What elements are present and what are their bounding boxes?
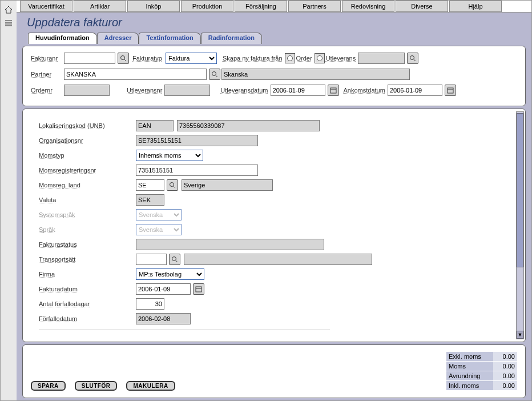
svg-point-2 (410, 56, 414, 60)
utleverans-radio[interactable] (315, 53, 325, 63)
form-panel: Lokaliseringskod (UNB) Organisationsnr M… (22, 109, 526, 342)
list-icon[interactable] (4, 19, 13, 29)
sprak-select: Svenska (136, 224, 182, 235)
header-panel: Fakturanr Fakturatyp Faktura Skapa ny fa… (22, 46, 526, 106)
tab-textinformation[interactable]: Textinformation (139, 33, 200, 44)
org-field (136, 135, 258, 146)
momsland-code-input[interactable] (136, 179, 164, 191)
top-menu: Varucertifikat Artiklar Inköp Produktion… (17, 1, 531, 13)
utleverans-field (358, 53, 405, 64)
sysspr-select: Svenska (136, 209, 182, 220)
utleverans-label: Utleverans (326, 55, 356, 62)
svg-point-0 (121, 56, 125, 60)
search-icon[interactable] (407, 53, 418, 64)
spara-button[interactable]: SPARA (31, 381, 66, 391)
org-label: Organisationsnr (39, 137, 136, 144)
antal-label: Antal förfallodagar (39, 300, 136, 307)
ankomst-input[interactable] (388, 85, 442, 96)
svg-line-3 (414, 59, 416, 61)
momstyp-label: Momstyp (39, 152, 136, 159)
svg-line-1 (124, 59, 126, 61)
svg-rect-8 (448, 88, 453, 93)
page-title: Uppdatera fakturor (17, 13, 531, 31)
momsland-name-field (182, 179, 273, 191)
momsland-label: Momsreg. land (39, 182, 136, 189)
tab-radinformation[interactable]: Radinformation (201, 33, 262, 44)
trans-code-input[interactable] (136, 254, 167, 265)
scroll-thumb[interactable] (517, 113, 523, 267)
fakturatyp-label: Fakturatyp (132, 55, 162, 62)
fakturanr-label: Fakturanr (31, 55, 64, 62)
exkl-label: Exkl. moms (446, 352, 493, 362)
scrollbar[interactable]: ▼ (516, 111, 524, 339)
top-tab-redovisning[interactable]: Redovisning (342, 1, 394, 12)
trans-name-field (184, 254, 372, 265)
partner-code-input[interactable] (64, 69, 207, 80)
momsreg-label: Momsregistreringsnr (39, 167, 136, 174)
top-tab-varucertifikat[interactable]: Varucertifikat (20, 1, 72, 12)
fdatum-label: Fakturadatum (39, 286, 136, 292)
slutfor-button[interactable]: SLUTFÖR (75, 381, 118, 391)
top-tab-forsaljning[interactable]: Försäljning (235, 1, 287, 12)
footer-panel: SPARA SLUTFÖR MAKULERA Exkl. moms0.00 Mo… (22, 344, 526, 398)
forfallo-field (136, 313, 191, 324)
tab-huvudinformation[interactable]: Huvudinformation (28, 33, 97, 44)
avr-label: Avrundning (446, 371, 493, 381)
order-label: Order (296, 55, 312, 62)
moms-label: Moms (446, 362, 493, 371)
tab-strip: Huvudinformation Adresser Textinformatio… (22, 33, 526, 44)
search-icon[interactable] (209, 69, 220, 80)
top-tab-diverse[interactable]: Diverse (396, 1, 448, 12)
svg-rect-14 (196, 287, 201, 292)
utlevdatum-input[interactable] (271, 85, 325, 96)
top-tab-inkop[interactable]: Inköp (127, 1, 180, 12)
scroll-down-icon[interactable]: ▼ (517, 331, 523, 339)
utleveransnr-field (164, 85, 210, 96)
lokal-label: Lokaliseringskod (UNB) (39, 122, 136, 129)
separator (39, 330, 330, 330)
calendar-icon[interactable] (193, 283, 204, 295)
order-radio[interactable] (285, 53, 295, 63)
fakturanr-input[interactable] (64, 53, 115, 64)
fakturatyp-select[interactable]: Faktura (166, 53, 217, 64)
tab-adresser[interactable]: Adresser (97, 33, 139, 44)
svg-point-10 (170, 183, 174, 187)
sysspr-label: Systemspråk (39, 211, 136, 218)
ordernr-field (64, 85, 110, 96)
momstyp-select[interactable]: Inhemsk moms (136, 150, 203, 161)
top-tab-produktion[interactable]: Produktion (181, 1, 233, 12)
search-icon[interactable] (118, 53, 129, 64)
partner-name-field (221, 69, 410, 80)
top-tab-hjalp[interactable]: Hjälp (449, 1, 502, 12)
valuta-field (136, 194, 164, 206)
forfallo-label: Förfallodatum (39, 315, 136, 322)
top-tab-artiklar[interactable]: Artiklar (74, 1, 126, 12)
utlevdatum-label: Utleveransdatum (220, 87, 268, 94)
lokal-type-field (136, 120, 174, 131)
makulera-button[interactable]: MAKULERA (126, 381, 175, 391)
antal-input[interactable] (136, 298, 164, 310)
search-icon[interactable] (169, 254, 180, 265)
left-rail (1, 1, 17, 400)
fdatum-input[interactable] (136, 283, 191, 295)
utleveransnr-label: Utleveransnr (127, 87, 162, 94)
svg-line-13 (176, 260, 178, 262)
skapa-label: Skapa ny faktura från (223, 55, 283, 62)
calendar-icon[interactable] (328, 85, 339, 96)
calendar-icon[interactable] (445, 85, 456, 96)
sprak-label: Språk (39, 226, 136, 233)
svg-point-4 (212, 72, 216, 76)
svg-rect-6 (331, 88, 336, 93)
top-tab-partners[interactable]: Partners (288, 1, 341, 12)
firma-select[interactable]: MP:s Testbolag (136, 268, 204, 280)
inkl-label: Inkl. moms (446, 381, 493, 391)
svg-line-5 (216, 75, 217, 77)
moms-value: 0.00 (493, 362, 517, 371)
momsreg-input[interactable] (136, 165, 258, 176)
firma-label: Firma (39, 271, 136, 278)
search-icon[interactable] (167, 179, 178, 191)
inkl-value: 0.00 (493, 381, 517, 391)
partner-label: Partner (31, 71, 64, 78)
home-icon[interactable] (4, 5, 13, 15)
valuta-label: Valuta (39, 197, 136, 203)
